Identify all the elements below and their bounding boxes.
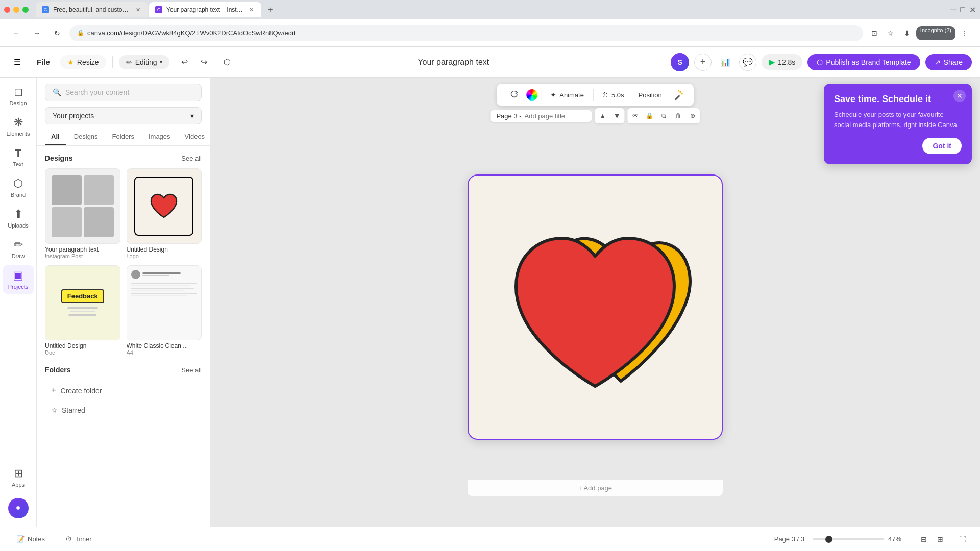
redo-button[interactable]: ↪ bbox=[195, 54, 212, 71]
chevron-down-icon: ▾ bbox=[160, 59, 162, 65]
duration-label: 5.0s bbox=[611, 91, 624, 99]
comments-button[interactable]: 💬 bbox=[739, 54, 756, 71]
search-box[interactable]: 🔍 bbox=[45, 84, 202, 101]
popup-close-button[interactable]: ✕ bbox=[953, 90, 966, 102]
fullscreen-button[interactable]: ⛶ bbox=[955, 532, 970, 546]
reload-button[interactable]: ↻ bbox=[49, 25, 65, 41]
design-name-2: Untitled Design bbox=[127, 246, 202, 253]
search-input[interactable] bbox=[65, 88, 194, 96]
minimize-btn[interactable]: ─ bbox=[950, 5, 956, 15]
extensions-icon[interactable]: ⋮ bbox=[958, 26, 972, 40]
sidebar-item-design[interactable]: ◻ Design bbox=[3, 82, 34, 110]
design-canvas[interactable] bbox=[468, 174, 723, 440]
duration-button[interactable]: ⏱ 5.0s bbox=[597, 88, 629, 102]
back-button[interactable]: ← bbox=[8, 25, 24, 41]
list-view-button[interactable]: ⊞ bbox=[933, 532, 947, 546]
page-up-button[interactable]: ▲ bbox=[596, 109, 609, 122]
design-thumb-3: Feedback bbox=[45, 265, 120, 341]
more-page-icon[interactable]: ⊕ bbox=[686, 109, 699, 122]
tab-all[interactable]: All bbox=[45, 129, 66, 145]
delete-page-icon[interactable]: 🗑 bbox=[672, 109, 685, 122]
tab-2-close[interactable]: ✕ bbox=[247, 6, 255, 14]
animate-button[interactable]: ✦ Animate bbox=[544, 88, 590, 102]
sidebar-label-brand: Brand bbox=[11, 192, 26, 198]
bookmark-icon[interactable]: ☆ bbox=[884, 26, 898, 40]
sidebar-item-projects[interactable]: ▣ Projects bbox=[3, 265, 34, 294]
projects-icon: ▣ bbox=[12, 269, 24, 282]
grid-view-button[interactable]: ⊟ bbox=[917, 532, 931, 546]
tab-1-close[interactable]: ✕ bbox=[134, 6, 142, 14]
publish-brand-template-button[interactable]: ⬡ Publish as Brand Template bbox=[807, 54, 920, 70]
designs-see-all[interactable]: See all bbox=[181, 155, 202, 162]
starred-item[interactable]: ☆ Starred bbox=[45, 401, 202, 419]
file-menu-button[interactable]: File bbox=[33, 56, 54, 68]
zoom-percent[interactable]: 47% bbox=[888, 535, 909, 543]
publish-label: Publish as Brand Template bbox=[826, 58, 911, 66]
resize-button[interactable]: ★ Resize bbox=[60, 55, 106, 69]
eye-icon[interactable]: 👁 bbox=[629, 109, 642, 122]
sidebar-item-draw[interactable]: ✏ Draw bbox=[3, 235, 34, 263]
design-thumb-2 bbox=[127, 168, 202, 244]
page-down-button[interactable]: ▼ bbox=[610, 109, 624, 122]
menu-button[interactable]: ☰ bbox=[8, 53, 27, 71]
magic-edit-button[interactable] bbox=[671, 88, 685, 102]
magic-button[interactable]: ✦ bbox=[8, 498, 29, 518]
editing-button[interactable]: ✏ Editing ▾ bbox=[119, 55, 170, 69]
sidebar-label-design: Design bbox=[9, 100, 27, 106]
restore-btn[interactable]: □ bbox=[960, 5, 965, 15]
magic-wand-icon bbox=[673, 90, 683, 100]
wcc-l1 bbox=[131, 283, 198, 284]
lock-icon[interactable]: 🔒 bbox=[643, 109, 656, 122]
cast-icon[interactable]: ⊡ bbox=[867, 26, 881, 40]
copy-page-icon[interactable]: ⧉ bbox=[657, 109, 671, 122]
design-card-1[interactable]: Your paragraph text Instagram Post bbox=[45, 168, 120, 259]
zoom-slider[interactable] bbox=[813, 538, 884, 540]
analytics-button[interactable]: 📊 bbox=[717, 54, 734, 71]
window-minimize[interactable] bbox=[13, 7, 19, 13]
tab-videos[interactable]: Videos bbox=[179, 129, 210, 145]
add-page-bar[interactable]: + Add page bbox=[468, 480, 723, 496]
position-button[interactable]: Position bbox=[632, 88, 668, 102]
refresh-button[interactable] bbox=[505, 88, 523, 102]
undo-button[interactable]: ↩ bbox=[176, 54, 193, 71]
color-wheel[interactable] bbox=[526, 89, 537, 101]
design-card-2[interactable]: Untitled Design Logo bbox=[127, 168, 202, 259]
sidebar-item-elements[interactable]: ❋ Elements bbox=[3, 112, 34, 141]
folders-see-all[interactable]: See all bbox=[181, 366, 202, 374]
design-card-3[interactable]: Feedback Untitled Design Doc bbox=[45, 265, 120, 356]
download-icon[interactable]: ⬇ bbox=[900, 26, 914, 40]
sidebar-item-brand[interactable]: ⬡ Brand bbox=[3, 173, 34, 202]
close-btn[interactable]: ✕ bbox=[969, 5, 976, 15]
projects-dropdown-button[interactable]: Your projects ▾ bbox=[45, 107, 202, 124]
page-title-input[interactable] bbox=[525, 112, 586, 120]
refresh-icon bbox=[510, 91, 518, 99]
thumb-cell-1 bbox=[52, 175, 82, 205]
tab-1[interactable]: C Free, beautiful, and customizabl... ✕ bbox=[36, 2, 148, 17]
tab-2[interactable]: C Your paragraph text – Instagra... ✕ bbox=[149, 2, 261, 17]
add-collaborator-button[interactable]: + bbox=[694, 54, 712, 71]
presentation-timer[interactable]: ▶ 12.8s bbox=[762, 54, 802, 70]
got-it-button[interactable]: Got it bbox=[922, 138, 962, 154]
star-icon: ★ bbox=[67, 58, 74, 66]
document-title[interactable]: Your paragraph text bbox=[418, 58, 489, 67]
sidebar-item-apps[interactable]: ⊞ Apps bbox=[3, 463, 34, 492]
tab-images[interactable]: Images bbox=[142, 129, 177, 145]
forward-button[interactable]: → bbox=[29, 25, 45, 41]
sidebar-item-text[interactable]: T Text bbox=[3, 143, 34, 171]
tab-folders[interactable]: Folders bbox=[106, 129, 140, 145]
timer-button[interactable]: ⏱ Timer bbox=[59, 532, 98, 546]
address-bar[interactable]: 🔒 canva.com/design/DAGVwk84gKQ/2TWv0K2Dr… bbox=[69, 25, 863, 41]
share-button[interactable]: ↗ Share bbox=[925, 54, 972, 70]
notes-button[interactable]: 📝 Notes bbox=[10, 532, 51, 546]
create-folder-button[interactable]: + Create folder bbox=[45, 380, 202, 401]
design-card-4[interactable]: White Classic Clean ... A4 bbox=[127, 265, 202, 356]
window-close[interactable] bbox=[4, 7, 10, 13]
user-avatar[interactable]: S bbox=[671, 53, 689, 71]
incognito-badge[interactable]: Incognito (2) bbox=[916, 26, 955, 40]
tab-designs[interactable]: Designs bbox=[68, 129, 104, 145]
design-type-1: Instagram Post bbox=[45, 253, 120, 259]
window-maximize[interactable] bbox=[22, 7, 29, 13]
more-options-button[interactable]: ⬡ bbox=[218, 54, 236, 71]
sidebar-item-uploads[interactable]: ⬆ Uploads bbox=[3, 204, 34, 233]
new-tab-button[interactable]: + bbox=[264, 4, 277, 16]
